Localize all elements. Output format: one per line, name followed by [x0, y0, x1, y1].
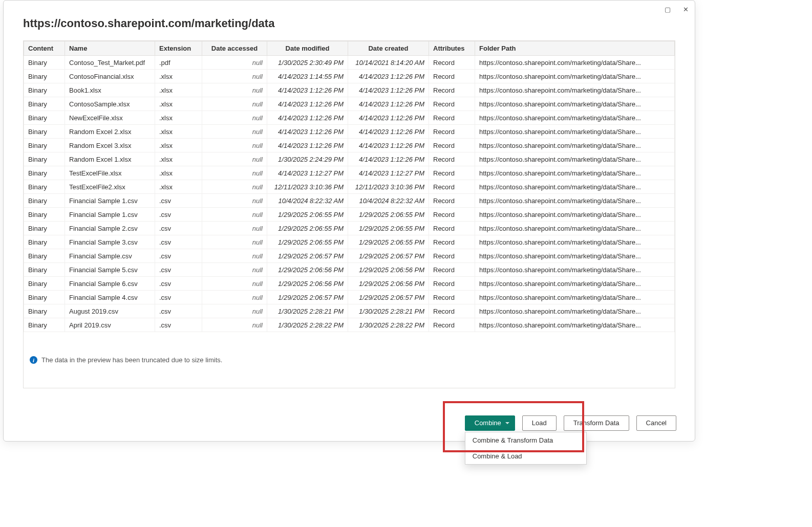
cell-acc: null	[202, 97, 267, 111]
table-row[interactable]: BinaryAugust 2019.csv.csvnull1/30/2025 2…	[24, 304, 675, 318]
col-extension[interactable]: Extension	[155, 41, 202, 56]
table-row[interactable]: BinaryFinancial Sample 1.csv.csvnull10/4…	[24, 194, 675, 208]
table-row[interactable]: BinaryRandom Excel 3.xlsx.xlsxnull4/14/2…	[24, 139, 675, 152]
table-row[interactable]: BinaryFinancial Sample 1.csv.csvnull1/29…	[24, 208, 675, 222]
cell-ext: .xlsx	[155, 139, 202, 152]
cell-cre: 10/4/2024 8:22:32 AM	[348, 194, 429, 208]
cell-name: Random Excel 3.xlsx	[65, 139, 155, 152]
cell-cre: 1/29/2025 2:06:55 PM	[348, 235, 429, 249]
cell-ext: .csv	[155, 208, 202, 222]
table-row[interactable]: BinaryFinancial Sample 6.csv.csvnull1/29…	[24, 277, 675, 291]
cell-content: Binary	[24, 111, 65, 125]
cell-path: https://contoso.sharepoint.com/marketing…	[475, 249, 675, 263]
col-attributes[interactable]: Attributes	[429, 41, 475, 56]
cell-cre: 1/29/2025 2:06:57 PM	[348, 291, 429, 304]
cell-ext: .csv	[155, 235, 202, 249]
cell-acc: null	[202, 222, 267, 235]
cell-acc: null	[202, 180, 267, 194]
cell-cre: 1/29/2025 2:06:57 PM	[348, 249, 429, 263]
close-icon[interactable]: ✕	[683, 6, 689, 13]
cell-content: Binary	[24, 194, 65, 208]
cell-mod: 1/29/2025 2:06:56 PM	[267, 277, 348, 291]
col-content[interactable]: Content	[24, 41, 65, 56]
cell-path: https://contoso.sharepoint.com/marketing…	[475, 194, 675, 208]
cell-content: Binary	[24, 152, 65, 166]
cell-mod: 4/14/2023 1:12:27 PM	[267, 166, 348, 180]
cell-name: April 2019.csv	[65, 318, 155, 332]
cell-cre: 4/14/2023 1:12:27 PM	[348, 166, 429, 180]
cell-cre: 4/14/2023 1:12:26 PM	[348, 70, 429, 83]
col-date-created[interactable]: Date created	[348, 41, 429, 56]
col-date-modified[interactable]: Date modified	[267, 41, 348, 56]
col-date-accessed[interactable]: Date accessed	[202, 41, 267, 56]
cell-content: Binary	[24, 125, 65, 139]
info-icon: i	[30, 356, 37, 364]
table-row[interactable]: BinaryContosoFinancial.xlsx.xlsxnull4/14…	[24, 70, 675, 83]
table-row[interactable]: BinaryContosoSample.xlsx.xlsxnull4/14/20…	[24, 97, 675, 111]
cell-acc: null	[202, 277, 267, 291]
cell-content: Binary	[24, 56, 65, 70]
cell-mod: 1/30/2025 2:28:21 PM	[267, 304, 348, 318]
table-row[interactable]: BinaryTestExcelFile2.xlsx.xlsxnull12/11/…	[24, 180, 675, 194]
cell-attr: Record	[429, 152, 475, 166]
cell-acc: null	[202, 208, 267, 222]
cell-ext: .xlsx	[155, 70, 202, 83]
table-row[interactable]: BinaryFinancial Sample.csv.csvnull1/29/2…	[24, 249, 675, 263]
cell-path: https://contoso.sharepoint.com/marketing…	[475, 70, 675, 83]
cell-attr: Record	[429, 111, 475, 125]
cell-path: https://contoso.sharepoint.com/marketing…	[475, 304, 675, 318]
cell-path: https://contoso.sharepoint.com/marketing…	[475, 180, 675, 194]
cell-ext: .xlsx	[155, 83, 202, 97]
cell-mod: 4/14/2023 1:12:26 PM	[267, 139, 348, 152]
cell-acc: null	[202, 263, 267, 277]
table-row[interactable]: BinaryContoso_Test_Market.pdf.pdfnull1/3…	[24, 56, 675, 70]
table-row[interactable]: BinaryFinancial Sample 2.csv.csvnull1/29…	[24, 222, 675, 235]
cell-mod: 12/11/2023 3:10:36 PM	[267, 180, 348, 194]
col-folder-path[interactable]: Folder Path	[475, 41, 675, 56]
col-name[interactable]: Name	[65, 41, 155, 56]
combine-transform-item[interactable]: Combine & Transform Data	[465, 432, 586, 448]
table-row[interactable]: BinaryRandom Excel 2.xlsx.xlsxnull4/14/2…	[24, 125, 675, 139]
page-title: https://contoso.sharepoint.com/marketing…	[23, 17, 675, 30]
cell-path: https://contoso.sharepoint.com/marketing…	[475, 277, 675, 291]
table-row[interactable]: BinaryApril 2019.csv.csvnull1/30/2025 2:…	[24, 318, 675, 332]
cell-mod: 1/29/2025 2:06:56 PM	[267, 263, 348, 277]
cell-mod: 1/29/2025 2:06:55 PM	[267, 222, 348, 235]
cell-content: Binary	[24, 208, 65, 222]
combine-label: Combine	[475, 416, 501, 430]
table-row[interactable]: BinaryFinancial Sample 5.csv.csvnull1/29…	[24, 263, 675, 277]
table-row[interactable]: BinaryTestExcelFile.xlsx.xlsxnull4/14/20…	[24, 166, 675, 180]
cell-name: Financial Sample.csv	[65, 249, 155, 263]
maximize-icon[interactable]: ▢	[665, 6, 671, 13]
combine-load-item[interactable]: Combine & Load	[465, 448, 586, 464]
cell-attr: Record	[429, 291, 475, 304]
cell-content: Binary	[24, 249, 65, 263]
table-row[interactable]: BinaryFinancial Sample 4.csv.csvnull1/29…	[24, 291, 675, 304]
cell-acc: null	[202, 56, 267, 70]
combine-button[interactable]: Combine	[465, 415, 515, 431]
cell-name: NewExcelFile.xlsx	[65, 111, 155, 125]
cell-attr: Record	[429, 83, 475, 97]
table-header-row: Content Name Extension Date accessed Dat…	[24, 41, 675, 56]
cell-path: https://contoso.sharepoint.com/marketing…	[475, 291, 675, 304]
cell-acc: null	[202, 70, 267, 83]
cell-mod: 1/29/2025 2:06:57 PM	[267, 291, 348, 304]
table-row[interactable]: BinaryNewExcelFile.xlsx.xlsxnull4/14/202…	[24, 111, 675, 125]
table-row[interactable]: BinaryRandom Excel 1.xlsx.xlsxnull1/30/2…	[24, 152, 675, 166]
table-row[interactable]: BinaryBook1.xlsx.xlsxnull4/14/2023 1:12:…	[24, 83, 675, 97]
cell-cre: 4/14/2023 1:12:26 PM	[348, 97, 429, 111]
cell-cre: 10/14/2021 8:14:20 AM	[348, 56, 429, 70]
cell-ext: .xlsx	[155, 111, 202, 125]
cell-attr: Record	[429, 180, 475, 194]
load-button[interactable]: Load	[522, 415, 557, 431]
table-row[interactable]: BinaryFinancial Sample 3.csv.csvnull1/29…	[24, 235, 675, 249]
cell-mod: 1/29/2025 2:06:55 PM	[267, 208, 348, 222]
cell-content: Binary	[24, 166, 65, 180]
cancel-button[interactable]: Cancel	[636, 415, 676, 431]
cell-ext: .xlsx	[155, 152, 202, 166]
cell-mod: 1/30/2025 2:24:29 PM	[267, 152, 348, 166]
cell-attr: Record	[429, 194, 475, 208]
cell-name: TestExcelFile2.xlsx	[65, 180, 155, 194]
transform-data-button[interactable]: Transform Data	[564, 415, 629, 431]
cell-content: Binary	[24, 180, 65, 194]
